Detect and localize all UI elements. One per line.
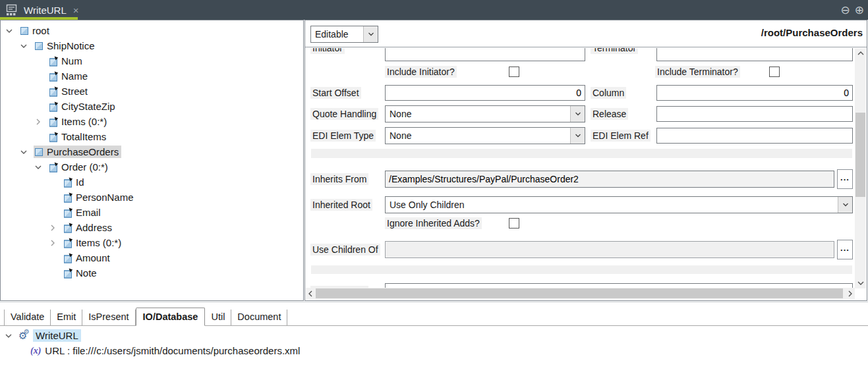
tree-item-root[interactable]: root (1, 23, 303, 38)
structure-node-icon (34, 41, 44, 51)
section-separator (311, 265, 852, 274)
tree-item-label-wrap[interactable]: Note (63, 267, 100, 279)
initiator-label: Initiator (310, 48, 385, 53)
tree-item-label-wrap[interactable]: root (19, 24, 52, 37)
tab-emit[interactable]: Emit (51, 310, 82, 325)
edi-elem-type-select[interactable]: None (385, 127, 585, 144)
url-parameter-item[interactable]: (x) URL : file:///c:/users/jsmith/docume… (0, 343, 868, 358)
tree-item-label-wrap[interactable]: Items (0:*) (63, 236, 124, 249)
quote-handling-select[interactable]: None (385, 105, 585, 122)
tree-item-text: PurchaseOrders (47, 146, 119, 157)
tree-item-label-wrap[interactable]: ShipNotice (34, 40, 98, 52)
tab-ispresent[interactable]: IsPresent (82, 310, 135, 325)
tree-item-email[interactable]: Email (1, 205, 303, 220)
inherits-from-browse-button[interactable]: ... (837, 169, 853, 189)
include-initiator-checkbox[interactable] (509, 67, 519, 77)
tree-item-label-wrap[interactable]: TotalItems (48, 130, 109, 143)
close-tab-icon[interactable]: × (73, 5, 79, 16)
tab-document[interactable]: Document (231, 310, 287, 325)
tree-item-id[interactable]: Id (1, 175, 303, 190)
tree-item-name[interactable]: Name (1, 68, 303, 84)
release-input[interactable] (656, 106, 853, 122)
tree-item-label-wrap[interactable]: Items (0:*) (48, 115, 109, 128)
chevron-down-icon[interactable] (570, 128, 585, 144)
structure-editor-icon (5, 3, 18, 16)
tree-item-label-wrap[interactable]: CityStateZip (48, 100, 118, 113)
terminator-input[interactable] (656, 48, 853, 61)
tree-item-label-wrap[interactable]: Name (48, 70, 90, 82)
tab-io-database[interactable]: IO/Database (136, 308, 206, 326)
tree-item-label-wrap[interactable]: Num (48, 55, 85, 67)
chevron-collapsed-icon[interactable] (49, 240, 63, 246)
vertical-scroll-thumb[interactable] (855, 113, 865, 197)
tab-util[interactable]: Util (205, 310, 231, 325)
url-parameter-text: URL : file:///c:/users/jsmith/documents/… (45, 345, 300, 356)
edi-elem-ref-input[interactable] (656, 128, 853, 144)
structure-node-icon (20, 26, 30, 36)
form-horizontal-scrollbar[interactable] (306, 288, 855, 299)
tree-item-purchaseorders[interactable]: PurchaseOrders (1, 144, 303, 159)
tree-item-text: Id (76, 176, 84, 188)
tree-item-label-wrap[interactable]: Street (48, 85, 90, 97)
tree-item-label-wrap[interactable]: Id (63, 176, 87, 188)
form-vertical-scrollbar[interactable] (855, 48, 866, 288)
tree-item-address[interactable]: Address (1, 220, 303, 235)
tree-item-items-0[interactable]: Items (0:*) (1, 114, 303, 129)
section-separator (311, 149, 852, 158)
panel-splitter[interactable] (0, 302, 868, 302)
ignore-inherited-adds-checkbox[interactable] (509, 218, 519, 229)
horizontal-scroll-thumb[interactable] (316, 288, 843, 298)
tree-item-text: Items (0:*) (61, 116, 107, 127)
expand-circle-plus-icon[interactable]: ⊕ (855, 5, 864, 16)
inherited-root-select[interactable]: Use Only Children (385, 196, 853, 213)
tree-item-note[interactable]: Note (1, 265, 303, 281)
tree-item-text: Street (61, 86, 88, 97)
tree-item-items-0[interactable]: Items (0:*) (1, 235, 303, 250)
properties-header: Editable /root/PurchaseOrders (305, 20, 867, 47)
edit-mode-select[interactable]: Editable (310, 26, 378, 43)
tree-item-amount[interactable]: Amount (1, 250, 303, 265)
writeurl-item-label[interactable]: WriteURL (33, 329, 81, 342)
tree-item-label-wrap[interactable]: Address (63, 221, 115, 234)
chevron-expanded-icon[interactable] (20, 149, 34, 155)
tree-item-citystatezip[interactable]: CityStateZip (1, 99, 303, 114)
include-terminator-checkbox[interactable] (769, 67, 780, 77)
tree-item-text: Address (76, 222, 112, 233)
tree-item-label-wrap[interactable]: PurchaseOrders (34, 146, 121, 158)
tree-item-totalitems[interactable]: TotalItems (1, 129, 303, 144)
chevron-down-icon[interactable] (363, 26, 378, 42)
column-input[interactable] (656, 85, 853, 101)
start-offset-label: Start Offset (310, 88, 385, 98)
chevron-expanded-icon[interactable] (5, 333, 18, 339)
tree-item-text: root (32, 25, 49, 36)
tree-item-num[interactable]: Num (1, 53, 303, 68)
column-label: Column (585, 88, 656, 98)
collapse-circle-minus-icon[interactable]: ⊖ (841, 5, 850, 16)
start-offset-input[interactable] (385, 85, 585, 101)
tree-item-label-wrap[interactable]: Email (63, 206, 103, 219)
chevron-collapsed-icon[interactable] (35, 119, 48, 125)
inherits-from-input[interactable] (385, 171, 834, 188)
chevron-collapsed-icon[interactable] (49, 225, 63, 231)
tree-item-label-wrap[interactable]: Order (0:*) (48, 161, 111, 173)
tree-item-personname[interactable]: PersonName (1, 190, 303, 205)
scroll-right-icon[interactable] (846, 288, 855, 299)
initiator-input[interactable] (385, 48, 585, 61)
scroll-up-icon[interactable] (855, 48, 866, 59)
chevron-expanded-icon[interactable] (6, 28, 19, 34)
chevron-down-icon[interactable] (570, 106, 585, 122)
scroll-left-icon[interactable] (306, 288, 315, 299)
tree-item-order-0[interactable]: Order (0:*) (1, 159, 303, 175)
tree-item-label-wrap[interactable]: PersonName (63, 191, 136, 203)
tree-item-label-wrap[interactable]: Amount (63, 252, 113, 264)
tree-item-shipnotice[interactable]: ShipNotice (1, 38, 303, 53)
writeurl-tree-item[interactable]: ⚙⚙ WriteURL (0, 328, 868, 343)
tab-validate[interactable]: Validate (4, 310, 51, 325)
tree-item-street[interactable]: Street (1, 84, 303, 99)
chevron-expanded-icon[interactable] (20, 43, 34, 49)
chevron-expanded-icon[interactable] (35, 164, 48, 171)
chevron-down-icon[interactable] (838, 197, 852, 213)
use-children-of-browse-button[interactable]: ... (837, 240, 853, 259)
scroll-down-icon[interactable] (855, 278, 866, 288)
use-children-of-input[interactable] (385, 241, 834, 258)
